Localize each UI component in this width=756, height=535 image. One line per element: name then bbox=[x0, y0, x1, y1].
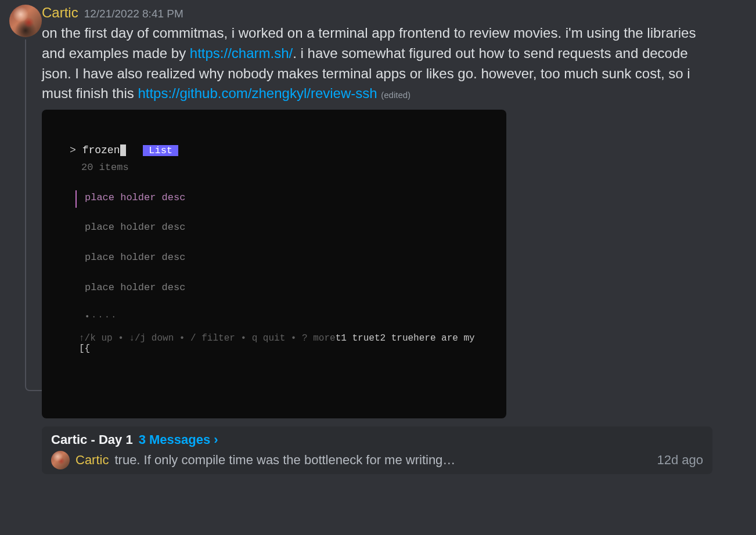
thread-card[interactable]: Cartic - Day 1 3 Messages › Cartic true.… bbox=[42, 426, 712, 474]
list-item: place holder desc bbox=[75, 282, 478, 297]
thread-preview-text: true. If only compile time was the bottl… bbox=[114, 453, 646, 468]
thread-messages-link[interactable]: 3 Messages › bbox=[139, 432, 218, 447]
pagination-dots: •···· bbox=[75, 312, 478, 321]
edited-label: (edited) bbox=[381, 90, 411, 100]
cursor-icon bbox=[120, 144, 126, 156]
list-item: place holder desc bbox=[75, 222, 478, 237]
thread-spine bbox=[25, 39, 42, 391]
avatar[interactable] bbox=[9, 5, 42, 37]
terminal-list: place holder desc place holder desc plac… bbox=[75, 190, 478, 321]
thread-preview-timestamp: 12d ago bbox=[657, 453, 703, 468]
list-item: place holder desc bbox=[75, 252, 478, 267]
terminal-input-line: > frozen List bbox=[70, 144, 478, 156]
link-github[interactable]: https://github.com/zhengkyl/review-ssh bbox=[138, 85, 377, 101]
help-bar: ↑/k up • ↓/j down • / filter • q quit • … bbox=[70, 333, 478, 354]
username[interactable]: Cartic bbox=[42, 5, 78, 21]
message-content: on the first day of commitmas, i worked … bbox=[42, 23, 712, 104]
thread-preview-author[interactable]: Cartic bbox=[75, 453, 109, 468]
help-dim: ↑/k up • ↓/j down • / filter • q quit • … bbox=[79, 333, 336, 344]
thread-header: Cartic - Day 1 3 Messages › bbox=[51, 432, 703, 447]
terminal-embed[interactable]: > frozen List 20 items place holder desc… bbox=[42, 110, 506, 418]
timestamp: 12/21/2022 8:41 PM bbox=[84, 8, 183, 20]
item-count: 20 items bbox=[81, 162, 478, 173]
list-item: place holder desc bbox=[75, 190, 478, 208]
terminal-query: frozen bbox=[82, 144, 120, 156]
message: Cartic 12/21/2022 8:41 PM on the first d… bbox=[0, 0, 756, 418]
thread-preview: Cartic true. If only compile time was th… bbox=[51, 451, 703, 469]
list-badge: List bbox=[143, 145, 178, 156]
prompt-symbol: > bbox=[70, 144, 76, 156]
message-header: Cartic 12/21/2022 8:41 PM bbox=[42, 5, 747, 21]
avatar[interactable] bbox=[51, 451, 70, 469]
link-charm[interactable]: https://charm.sh/ bbox=[190, 45, 293, 61]
thread-title: Cartic - Day 1 bbox=[51, 432, 133, 447]
